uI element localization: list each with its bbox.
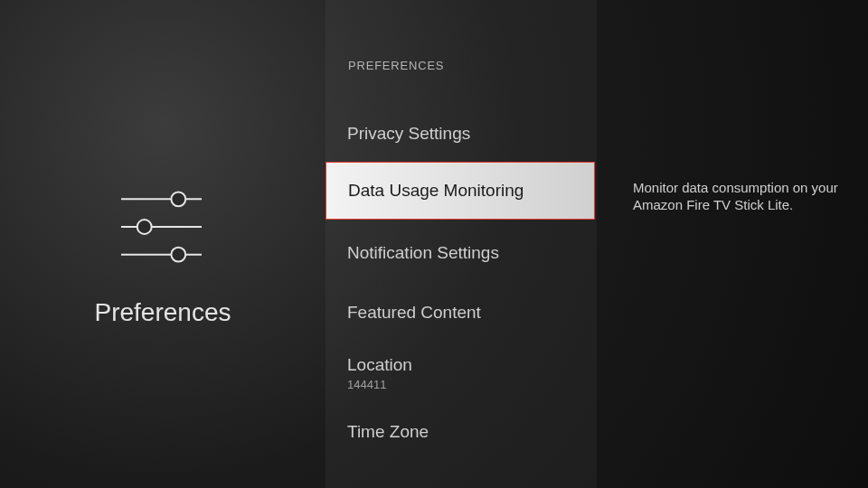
page-title: Preferences xyxy=(0,298,326,327)
svg-point-3 xyxy=(171,192,185,206)
menu-item-label: Privacy Settings xyxy=(347,124,597,144)
menu-item-subtext: 144411 xyxy=(347,378,597,391)
menu-item-label: Data Usage Monitoring xyxy=(348,181,572,201)
menu-item-label: Notification Settings xyxy=(347,243,597,263)
svg-point-4 xyxy=(137,220,152,234)
menu-item-label: Location xyxy=(347,355,597,375)
sliders-icon xyxy=(119,188,203,266)
item-description: Monitor data consumption on your Amazon … xyxy=(633,179,854,213)
menu-item-time-zone[interactable]: Time Zone xyxy=(326,422,597,442)
menu-item-privacy-settings[interactable]: Privacy Settings xyxy=(326,124,597,144)
column-header: PREFERENCES xyxy=(348,59,444,72)
menu-item-location[interactable]: Location 144411 xyxy=(326,355,597,391)
menu-item-label: Time Zone xyxy=(347,422,597,442)
menu-item-label: Featured Content xyxy=(347,303,597,323)
menu-item-featured-content[interactable]: Featured Content xyxy=(326,303,597,323)
preferences-screen: Preferences PREFERENCES Privacy Settings… xyxy=(0,0,868,488)
menu-item-data-usage-monitoring[interactable]: Data Usage Monitoring xyxy=(326,162,595,220)
svg-point-5 xyxy=(171,248,185,262)
menu-item-notification-settings[interactable]: Notification Settings xyxy=(326,243,597,263)
